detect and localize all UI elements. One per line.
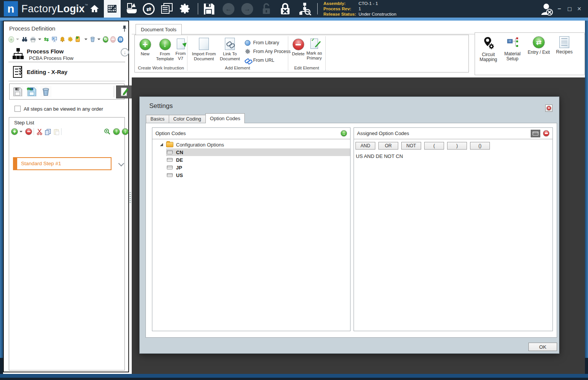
operator-or-button[interactable]: OR <box>378 142 398 150</box>
ribbon-menu-from-url[interactable]: From URL <box>245 56 274 64</box>
user-icon[interactable] <box>539 2 554 16</box>
work-instructions-tab-active[interactable] <box>104 0 121 18</box>
step-item-selected[interactable]: Standard Step #1 <box>13 157 111 170</box>
save-icon[interactable] <box>203 3 215 14</box>
print-caret-icon[interactable] <box>38 39 41 40</box>
ok-button-label: OK <box>539 344 546 350</box>
pause-icon[interactable] <box>118 36 123 43</box>
process-flow-expand-icon[interactable]: ↓ <box>121 48 129 56</box>
ribbon-item-link-to-document[interactable]: Link To Document <box>216 38 244 61</box>
add-step-icon[interactable]: + <box>11 128 18 135</box>
order-checkbox-row[interactable]: All steps can be viewed in any order <box>15 105 103 112</box>
process-search-icon[interactable] <box>298 2 312 15</box>
stop-icon[interactable] <box>110 36 116 43</box>
tree-item-de[interactable]: DE <box>166 156 350 164</box>
group-label-create: Create Work Instruction <box>135 66 187 71</box>
tool-recipes[interactable]: Recipes <box>553 36 576 55</box>
edit-document-button-active[interactable] <box>116 85 132 98</box>
add-process-icon[interactable]: + <box>8 36 14 43</box>
step-item-chevron-icon[interactable] <box>118 161 124 167</box>
operator-paren-pair-button[interactable]: () <box>470 142 490 150</box>
ribbon-item-new[interactable]: + New <box>136 39 154 56</box>
tab-option-codes[interactable]: Option Codes <box>205 113 245 123</box>
tool-entry-exit[interactable]: ⇄ Entry / Exit <box>525 36 553 55</box>
add-step-caret-icon[interactable] <box>19 131 23 132</box>
save-document-button[interactable] <box>12 86 23 97</box>
expression-text[interactable]: US AND DE NOT CN <box>354 150 552 159</box>
operator-not-button[interactable]: NOT <box>401 142 421 150</box>
ok-button[interactable]: OK <box>528 343 557 351</box>
alert-bell-icon[interactable] <box>60 36 65 43</box>
options-gear-icon[interactable] <box>67 36 74 43</box>
ribbon-menu-from-library[interactable]: From Library <box>245 39 279 47</box>
assigned-title: Assigned Option Codes <box>357 130 409 136</box>
release-status-label: Release Status: <box>323 12 359 16</box>
ribbon-item-mark-as-primary[interactable]: ✓ Mark as Primary <box>304 39 325 61</box>
circuit-mapping-icon <box>482 36 494 51</box>
unlock-icon[interactable] <box>260 3 272 15</box>
save-as-button[interactable] <box>26 86 37 97</box>
refresh-icon[interactable]: ↻ <box>103 36 108 43</box>
assign-option-icon[interactable]: → <box>341 130 347 137</box>
tab-color-coding[interactable]: Color Coding <box>169 115 206 123</box>
export-icon[interactable] <box>76 36 82 43</box>
splitter-grip[interactable] <box>129 192 131 203</box>
window-maximize-button[interactable]: ◻ <box>565 4 575 14</box>
lock-close-icon[interactable] <box>279 2 292 15</box>
forward-icon[interactable]: → <box>241 3 253 15</box>
move-step-up-icon[interactable]: ↑ <box>113 128 120 135</box>
windows-icon[interactable] <box>161 3 174 14</box>
zoom-steps-icon[interactable] <box>104 128 111 135</box>
tool-material-setup[interactable]: Material Setup <box>500 36 525 61</box>
paste-icon[interactable] <box>53 128 60 135</box>
step-list-title: Step List <box>9 118 124 127</box>
tree-item-us-label: US <box>176 172 183 178</box>
tab-basics[interactable]: Basics <box>146 115 169 123</box>
order-checkbox[interactable] <box>15 106 21 112</box>
delete-caret-icon[interactable] <box>97 39 100 40</box>
remove-step-icon[interactable] <box>25 128 32 135</box>
print-icon[interactable] <box>30 36 36 43</box>
delete-process-icon[interactable] <box>90 36 95 43</box>
process-flow-subtitle: PCBA Process Flow <box>29 55 73 61</box>
operator-open-paren-button[interactable]: ( <box>424 142 444 150</box>
tool-circuit-mapping[interactable]: Circuit Mapping <box>477 36 500 62</box>
sync-icon[interactable]: ⇄ <box>143 3 155 15</box>
tree-item-cn-selected[interactable]: CN <box>166 148 350 156</box>
pin-icon[interactable] <box>122 25 127 32</box>
dialog-close-button[interactable]: ✕ <box>545 105 552 112</box>
move-step-down-icon[interactable]: ↓ <box>122 128 129 135</box>
remove-assignment-icon[interactable] <box>543 130 549 137</box>
tree-root-configuration-options[interactable]: Configuration Options <box>152 141 350 148</box>
gear-icon[interactable] <box>179 3 192 15</box>
dialog-close-icon: ✕ <box>546 106 551 111</box>
tab-document-tools[interactable]: Document Tools <box>136 24 182 35</box>
tree-item-us[interactable]: US <box>166 171 350 179</box>
tree-expander-icon[interactable] <box>160 143 163 146</box>
export-caret-icon[interactable] <box>84 39 87 40</box>
publish-icon[interactable] <box>126 3 138 14</box>
find-icon[interactable] <box>21 36 28 43</box>
from-v7-icon <box>177 39 185 49</box>
ribbon-item-import-from-document[interactable]: Import From Document <box>189 38 219 61</box>
process-flow-title[interactable]: Process Flow <box>27 48 64 55</box>
settings-dialog: Settings ✕ Basics Color Coding Option Co… <box>139 97 559 354</box>
home-icon[interactable] <box>89 4 100 14</box>
dialog-title: Settings <box>149 102 173 110</box>
tree-item-jp[interactable]: JP <box>166 164 350 171</box>
window-minimize-button[interactable]: – <box>554 4 564 14</box>
ribbon-item-from-v7[interactable]: From V7 <box>174 39 187 61</box>
presentation-icon[interactable] <box>51 36 58 43</box>
delete-document-button[interactable] <box>40 86 52 97</box>
copy-icon[interactable] <box>44 128 51 135</box>
operator-and-button[interactable]: AND <box>355 142 375 150</box>
exchange-icon[interactable]: ⇆ <box>44 36 49 43</box>
add-process-caret-icon[interactable] <box>16 39 19 40</box>
ribbon-item-from-template[interactable]: ↓ From Template <box>155 39 175 61</box>
cut-icon[interactable] <box>36 128 43 135</box>
operator-close-paren-button[interactable]: ) <box>447 142 467 150</box>
back-icon[interactable]: ← <box>223 3 234 15</box>
keyboard-entry-toggle-button[interactable] <box>531 130 540 137</box>
ribbon-menu-from-any-process[interactable]: From Any Process <box>245 48 291 55</box>
window-close-button[interactable]: ✕ <box>574 4 584 14</box>
